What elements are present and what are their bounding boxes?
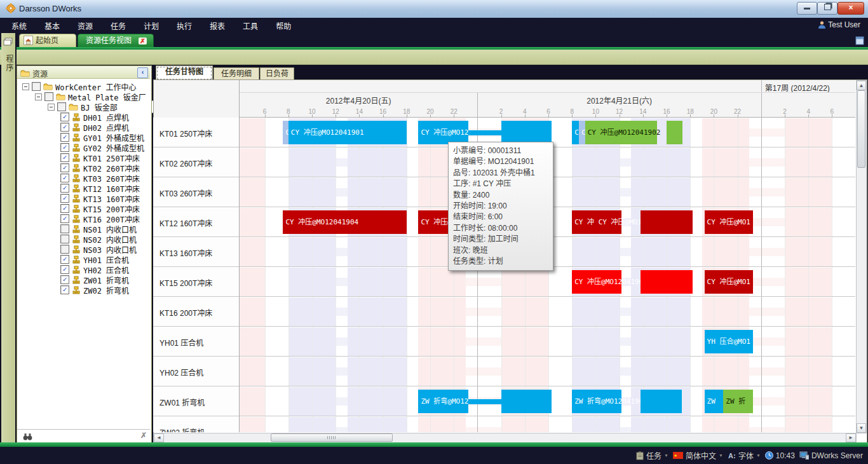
tree-item-ns01[interactable]: NS01 内收口机 [60,224,137,234]
horizontal-scrollbar[interactable]: ◄ ► [153,433,857,443]
tab-daily-load[interactable]: 日负荷 [260,67,294,81]
menu-item-3[interactable]: 资源 [69,18,102,34]
scroll-down-icon[interactable]: ▼ [857,423,866,433]
day-header-label: 2012年4月20日(五) [288,95,428,106]
menu-item-6[interactable]: 执行 [168,18,201,34]
tree-item-kt01[interactable]: ✓KT01 250T冲床 [60,153,140,163]
horizontal-scroll-thumb[interactable] [271,433,393,442]
user-box[interactable]: Test User [818,20,860,31]
tree-expander-icon[interactable] [22,83,29,90]
resource-cell-label: KT16 200T冲床 [159,307,212,318]
tree-item-yh01[interactable]: ✓YH01 压合机 [60,254,129,264]
tree-item-kt03[interactable]: ✓KT03 260T冲床 [60,173,140,183]
menu-item-8[interactable]: 工具 [234,18,267,34]
minimize-button[interactable] [797,2,817,15]
resource-cell[interactable]: YH02 压合机 [153,357,239,386]
tree-item-kt12[interactable]: ✓KT12 160T冲床 [60,183,140,193]
tree-checkbox[interactable]: ✓ [60,214,69,223]
tab-close-icon[interactable]: ✗ [139,38,146,44]
tree-checkbox[interactable]: ✓ [60,123,69,132]
tree-checkbox[interactable] [44,92,53,101]
resource-cell[interactable]: ZW02 折弯机 [153,416,239,432]
close-button[interactable]: × [837,2,864,15]
menu-item-7[interactable]: 报表 [201,18,234,34]
tree-item-metal[interactable]: Metal Plate 钣金厂 [35,92,146,102]
tab-home[interactable]: 起始页 [19,34,76,48]
tree-item-kt13[interactable]: ✓KT13 160T冲床 [60,193,140,203]
program-strip-label[interactable]: 程序 [4,55,15,72]
vertical-scroll-thumb[interactable] [857,90,865,168]
tree-item-workcenter[interactable]: WorkCenter 工作中心 [22,81,136,92]
resource-cell[interactable]: KT16 200T冲床 [153,297,239,326]
menu-item-1[interactable]: 系统 [3,18,36,34]
tree-item-ns02[interactable]: NS02 内收口机 [60,234,137,244]
scroll-up-icon[interactable]: ▲ [857,81,866,90]
tree-checkbox[interactable]: ✓ [60,275,69,284]
status-item-clipboard[interactable]: 任务▼ [636,450,668,461]
binoculars-icon[interactable] [23,432,32,443]
tree-checkbox[interactable]: ✓ [60,255,69,264]
resource-cell[interactable]: ZW01 折弯机 [153,386,239,416]
tree-checkbox[interactable] [60,235,69,243]
tree-checkbox[interactable]: ✓ [60,194,69,203]
dropdown-icon[interactable]: ▼ [756,453,761,458]
tree-checkbox[interactable]: ✓ [60,133,69,142]
tree-checkbox[interactable]: ✓ [60,174,69,182]
resource-cell[interactable]: KT15 200T冲床 [153,267,239,296]
tree-checkbox[interactable] [60,224,69,233]
tab-task-detail[interactable]: 任务明细 [214,67,259,81]
tree-checkbox[interactable]: ✓ [60,163,69,172]
tree-item-kt02[interactable]: ✓KT02 260T冲床 [60,163,140,173]
restore-button[interactable] [817,2,837,15]
tree-expander-icon[interactable] [48,104,55,111]
tree-checkbox[interactable] [57,102,66,111]
tree-checkbox[interactable]: ✓ [60,265,69,274]
tree-item-yh02[interactable]: ✓YH02 压合机 [60,264,129,275]
resource-cell[interactable]: YH01 压合机 [153,327,239,356]
tab-task-gantt[interactable]: 任务甘特图 [156,65,213,81]
menu-item-4[interactable]: 任务 [102,18,135,34]
status-item-flag[interactable]: ★简体中文▼ [673,450,723,461]
dropdown-icon[interactable]: ▼ [664,453,668,458]
tree-checkbox[interactable]: ✓ [60,153,69,162]
tree-item-zw01[interactable]: ✓ZW01 折弯机 [60,275,129,285]
tree-item-dh02[interactable]: ✓DH02 点焊机 [60,122,129,132]
resource-cell[interactable]: KT13 160T冲床 [153,237,239,266]
dropdown-icon[interactable]: ▼ [719,453,723,458]
tree-checkbox[interactable]: ✓ [60,143,69,152]
resource-cell[interactable]: KT12 160T冲床 [153,207,239,236]
program-windows-icon[interactable] [3,37,13,48]
tab-resource-task-view[interactable]: 资源任务视图 ✗ [78,34,154,48]
tree-item-kt16[interactable]: ✓KT16 200T冲床 [60,214,140,224]
window-layout-icon[interactable] [855,36,864,48]
status-item-server[interactable]: DWorks Server [799,451,863,460]
tree-checkbox[interactable]: ✓ [60,204,69,213]
tree-checkbox[interactable] [32,82,41,91]
tree-item-dh01[interactable]: ✓DH01 点焊机 [60,112,129,122]
status-item-font[interactable]: A字体▼ [728,450,761,461]
tree-item-zw02[interactable]: ✓ZW02 折弯机 [60,285,129,295]
resource-cell[interactable]: KT01 250T冲床 [153,118,239,147]
vertical-scrollbar[interactable]: ▲ ▼ [856,80,867,433]
status-item-clock[interactable]: 10:43 [765,451,795,460]
tree-item-bj[interactable]: BJ 钣金部 [48,102,118,112]
resource-cell[interactable]: KT02 260T冲床 [153,147,239,177]
tree-expander-icon[interactable] [35,93,42,100]
tree-item-gy02[interactable]: ✓GY02 外桶成型机 [60,142,144,153]
tree-item-kt15[interactable]: ✓KT15 200T冲床 [60,203,140,214]
tree-item-ns03[interactable]: NS03 内收口机 [60,244,137,254]
clear-find-icon[interactable]: ✗ [140,431,147,440]
resource-cell-label: ZW01 折弯机 [159,397,205,407]
collapse-panel-button[interactable]: ‹ [137,67,148,78]
tree-item-gy01[interactable]: ✓GY01 外桶成型机 [60,132,144,142]
menu-item-9[interactable]: 帮助 [267,18,300,34]
tree-checkbox[interactable] [60,245,69,254]
scroll-left-icon[interactable]: ◄ [154,433,164,442]
tree-checkbox[interactable]: ✓ [60,184,69,193]
tree-checkbox[interactable]: ✓ [60,285,69,294]
tree-checkbox[interactable]: ✓ [60,113,69,121]
resource-cell[interactable]: KT03 260T冲床 [153,177,239,207]
menu-item-5[interactable]: 计划 [135,18,168,34]
scroll-right-icon[interactable]: ► [846,433,856,442]
menu-item-2[interactable]: 基本 [36,18,69,34]
